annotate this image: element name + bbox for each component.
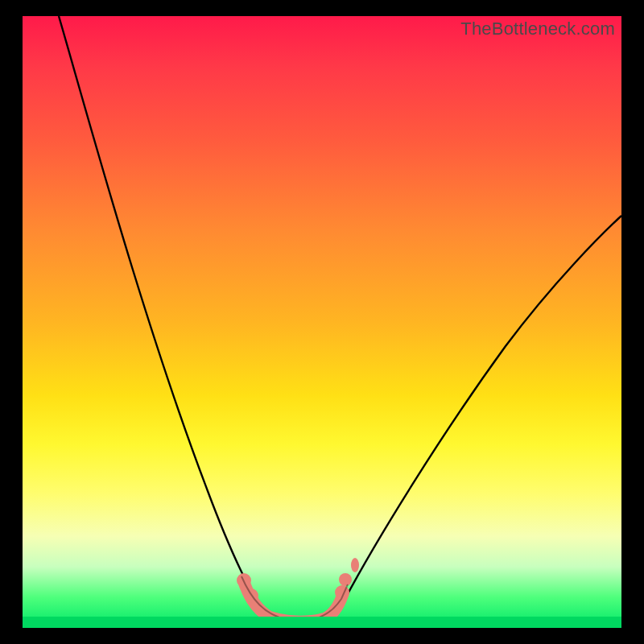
baseline-band xyxy=(23,617,621,628)
bottleneck-curve xyxy=(59,16,621,621)
marker-dot xyxy=(339,573,352,586)
plot-area: TheBottleneck.com xyxy=(23,16,621,628)
curve-overlay xyxy=(23,16,621,628)
chart-frame: TheBottleneck.com xyxy=(0,0,644,644)
marker-dot xyxy=(351,558,359,572)
